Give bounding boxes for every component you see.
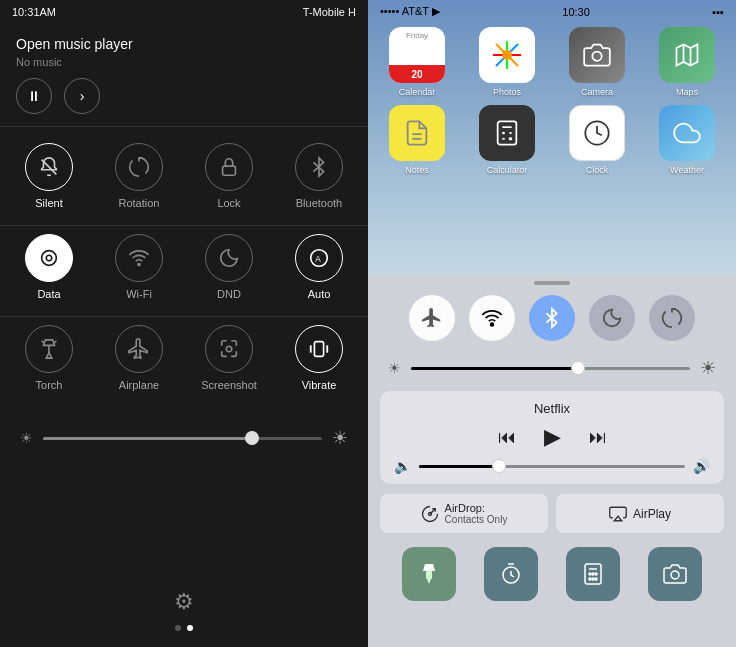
cc-airplay-button[interactable]: AirPlay [556,494,724,533]
app-notes[interactable]: Notes [376,105,458,175]
svg-point-15 [592,52,601,61]
cc-toggles-row [368,291,736,353]
screenshot-label: Screenshot [201,379,257,391]
cc-airdrop-button[interactable]: AirDrop: Contacts Only [380,494,548,533]
rotation-icon [115,143,163,191]
app-photos[interactable]: Photos [466,27,548,97]
toggle-data[interactable]: Data [8,234,90,300]
dot-1 [175,625,181,631]
rotation-label: Rotation [119,197,160,209]
airplane-label: Airplane [119,379,159,391]
ios-panel: ••••• AT&T ▶ 10:30 ▪▪▪ 20 Friday Calenda… [368,0,736,647]
android-carrier: T-Mobile H [303,6,356,18]
lock-label: Lock [217,197,240,209]
toggle-auto[interactable]: A Auto [278,234,360,300]
cc-brightness-row: ☀ ☀ [368,353,736,391]
cc-torch-button[interactable] [402,547,456,601]
music-title: Open music player [16,36,352,52]
cc-volume-row: 🔈 🔊 [394,458,710,474]
music-controls: ⏸ › [16,78,352,114]
cc-calc-button[interactable] [566,547,620,601]
cc-rotation-toggle[interactable] [649,295,695,341]
settings-icon[interactable]: ⚙ [174,589,194,615]
toggle-wifi[interactable]: Wi-Fi [98,234,180,300]
cc-handle [368,275,736,291]
bluetooth-label: Bluetooth [296,197,342,209]
cc-play-button[interactable]: ▶ [544,424,561,450]
toggle-screenshot[interactable]: Screenshot [188,325,270,391]
ios-time: 10:30 [562,6,590,18]
app-calculator[interactable]: Calculator [466,105,548,175]
cc-brightness-slider[interactable] [411,367,690,370]
cc-bottom-buttons [368,543,736,613]
torch-icon [25,325,73,373]
toggle-airplane[interactable]: Airplane [98,325,180,391]
music-pause-button[interactable]: ⏸ [16,78,52,114]
toggle-bluetooth[interactable]: Bluetooth [278,143,360,209]
svg-point-41 [595,573,597,575]
toggle-dnd[interactable]: DND [188,234,270,300]
wifi-icon [115,234,163,282]
android-music-player: Open music player No music ⏸ › [0,24,368,127]
screenshot-icon [205,325,253,373]
silent-label: Silent [35,197,63,209]
svg-text:A: A [315,255,321,264]
brightness-slider[interactable] [43,437,322,440]
cc-wifi-toggle[interactable] [469,295,515,341]
toggle-silent[interactable]: Silent [8,143,90,209]
dnd-label: DND [217,288,241,300]
cc-camera-bottom-button[interactable] [648,547,702,601]
silent-icon [25,143,73,191]
airplane-icon [115,325,163,373]
cc-forward-button[interactable]: ⏭ [589,427,607,448]
notes-label: Notes [405,165,429,175]
android-control-panel: 10:31AM T-Mobile H Open music player No … [0,0,368,647]
clock-label: Clock [586,165,609,175]
brightness-min-icon: ☀ [20,430,33,446]
svg-line-7 [42,341,44,343]
toggle-torch[interactable]: Torch [8,325,90,391]
brightness-max-icon: ☀ [332,427,348,449]
svg-point-2 [42,251,57,266]
app-clock[interactable]: Clock [556,105,638,175]
svg-point-44 [595,578,597,580]
cc-bluetooth-toggle[interactable] [529,295,575,341]
dot-2 [187,625,193,631]
wifi-label: Wi-Fi [126,288,152,300]
maps-label: Maps [676,87,698,97]
svg-rect-33 [426,571,432,579]
cc-volume-max-icon: 🔊 [693,458,710,474]
music-next-button[interactable]: › [64,78,100,114]
ios-control-center: ☀ ☀ Netflix ⏮ ▶ ⏭ 🔈 🔊 [368,275,736,647]
svg-point-39 [589,573,591,575]
cc-media-title: Netflix [394,401,710,416]
cc-media-controls: ⏮ ▶ ⏭ [394,424,710,450]
app-calendar[interactable]: 20 Friday Calendar [376,27,458,97]
android-toggles-row1: Silent Rotation Lock [0,127,368,226]
svg-rect-10 [314,342,323,357]
music-subtitle: No music [16,56,352,68]
app-maps[interactable]: Maps [646,27,728,97]
toggle-rotation[interactable]: Rotation [98,143,180,209]
airplay-label: AirPlay [633,507,671,521]
cc-brightness-min-icon: ☀ [388,360,401,376]
calculator-label: Calculator [487,165,528,175]
app-camera[interactable]: Camera [556,27,638,97]
ios-app-row2: Notes Calculator [368,101,736,179]
cc-rewind-button[interactable]: ⏮ [498,427,516,448]
cc-timer-button[interactable] [484,547,538,601]
toggle-vibrate[interactable]: Vibrate [278,325,360,391]
cc-airplane-toggle[interactable] [409,295,455,341]
ios-signal: ••••• AT&T ▶ [380,5,440,18]
data-label: Data [37,288,60,300]
svg-point-14 [502,50,512,60]
cc-volume-slider[interactable] [419,465,685,468]
cc-media-player: Netflix ⏮ ▶ ⏭ 🔈 🔊 [380,391,724,484]
toggle-lock[interactable]: Lock [188,143,270,209]
airdrop-label: AirDrop: [445,502,508,514]
app-weather[interactable]: Weather [646,105,728,175]
svg-point-42 [589,578,591,580]
cc-dnd-toggle[interactable] [589,295,635,341]
page-dots [175,625,193,631]
svg-marker-34 [427,579,431,584]
